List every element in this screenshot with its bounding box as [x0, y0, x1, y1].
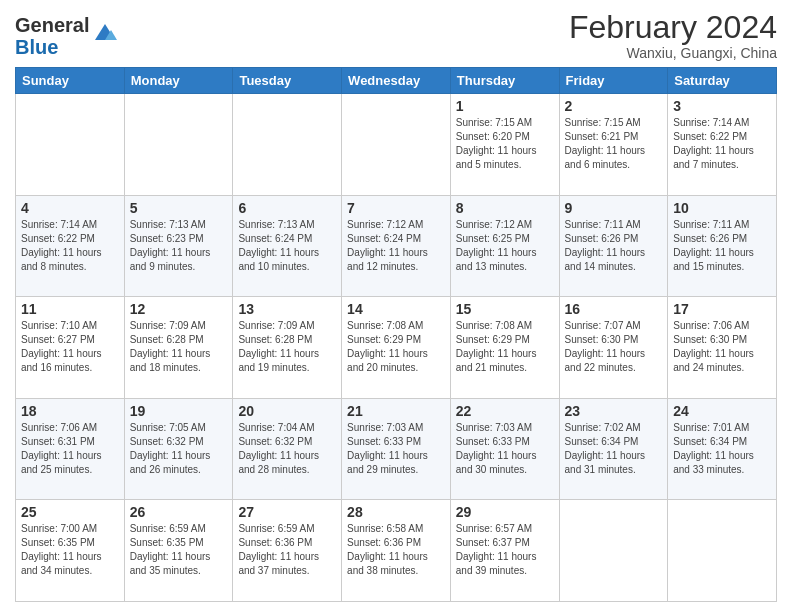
day-info: Sunrise: 7:08 AM Sunset: 6:29 PM Dayligh… — [347, 319, 445, 375]
calendar-week-4: 18Sunrise: 7:06 AM Sunset: 6:31 PM Dayli… — [16, 398, 777, 500]
day-number: 19 — [130, 403, 228, 419]
day-info: Sunrise: 7:10 AM Sunset: 6:27 PM Dayligh… — [21, 319, 119, 375]
day-number: 20 — [238, 403, 336, 419]
day-info: Sunrise: 7:03 AM Sunset: 6:33 PM Dayligh… — [456, 421, 554, 477]
table-row: 4Sunrise: 7:14 AM Sunset: 6:22 PM Daylig… — [16, 195, 125, 297]
day-info: Sunrise: 6:57 AM Sunset: 6:37 PM Dayligh… — [456, 522, 554, 578]
day-number: 3 — [673, 98, 771, 114]
day-info: Sunrise: 7:13 AM Sunset: 6:23 PM Dayligh… — [130, 218, 228, 274]
col-tuesday: Tuesday — [233, 68, 342, 94]
day-info: Sunrise: 7:02 AM Sunset: 6:34 PM Dayligh… — [565, 421, 663, 477]
table-row: 19Sunrise: 7:05 AM Sunset: 6:32 PM Dayli… — [124, 398, 233, 500]
table-row: 9Sunrise: 7:11 AM Sunset: 6:26 PM Daylig… — [559, 195, 668, 297]
day-info: Sunrise: 6:59 AM Sunset: 6:35 PM Dayligh… — [130, 522, 228, 578]
day-number: 2 — [565, 98, 663, 114]
table-row: 21Sunrise: 7:03 AM Sunset: 6:33 PM Dayli… — [342, 398, 451, 500]
table-row: 1Sunrise: 7:15 AM Sunset: 6:20 PM Daylig… — [450, 94, 559, 196]
day-number: 12 — [130, 301, 228, 317]
table-row: 28Sunrise: 6:58 AM Sunset: 6:36 PM Dayli… — [342, 500, 451, 602]
day-number: 4 — [21, 200, 119, 216]
table-row: 22Sunrise: 7:03 AM Sunset: 6:33 PM Dayli… — [450, 398, 559, 500]
table-row: 16Sunrise: 7:07 AM Sunset: 6:30 PM Dayli… — [559, 297, 668, 399]
day-number: 23 — [565, 403, 663, 419]
day-info: Sunrise: 7:14 AM Sunset: 6:22 PM Dayligh… — [673, 116, 771, 172]
day-number: 14 — [347, 301, 445, 317]
day-number: 29 — [456, 504, 554, 520]
day-info: Sunrise: 6:58 AM Sunset: 6:36 PM Dayligh… — [347, 522, 445, 578]
day-info: Sunrise: 7:06 AM Sunset: 6:31 PM Dayligh… — [21, 421, 119, 477]
day-info: Sunrise: 7:00 AM Sunset: 6:35 PM Dayligh… — [21, 522, 119, 578]
day-number: 17 — [673, 301, 771, 317]
day-number: 1 — [456, 98, 554, 114]
day-number: 8 — [456, 200, 554, 216]
day-number: 6 — [238, 200, 336, 216]
table-row: 14Sunrise: 7:08 AM Sunset: 6:29 PM Dayli… — [342, 297, 451, 399]
calendar-week-2: 4Sunrise: 7:14 AM Sunset: 6:22 PM Daylig… — [16, 195, 777, 297]
day-number: 22 — [456, 403, 554, 419]
table-row: 8Sunrise: 7:12 AM Sunset: 6:25 PM Daylig… — [450, 195, 559, 297]
day-number: 18 — [21, 403, 119, 419]
day-number: 27 — [238, 504, 336, 520]
table-row: 5Sunrise: 7:13 AM Sunset: 6:23 PM Daylig… — [124, 195, 233, 297]
day-number: 9 — [565, 200, 663, 216]
table-row: 15Sunrise: 7:08 AM Sunset: 6:29 PM Dayli… — [450, 297, 559, 399]
table-row: 10Sunrise: 7:11 AM Sunset: 6:26 PM Dayli… — [668, 195, 777, 297]
day-info: Sunrise: 7:09 AM Sunset: 6:28 PM Dayligh… — [130, 319, 228, 375]
day-number: 24 — [673, 403, 771, 419]
day-info: Sunrise: 7:04 AM Sunset: 6:32 PM Dayligh… — [238, 421, 336, 477]
calendar-week-3: 11Sunrise: 7:10 AM Sunset: 6:27 PM Dayli… — [16, 297, 777, 399]
day-info: Sunrise: 7:15 AM Sunset: 6:21 PM Dayligh… — [565, 116, 663, 172]
day-number: 21 — [347, 403, 445, 419]
day-number: 7 — [347, 200, 445, 216]
header: General Blue February 2024 Wanxiu, Guang… — [15, 10, 777, 61]
table-row: 25Sunrise: 7:00 AM Sunset: 6:35 PM Dayli… — [16, 500, 125, 602]
col-wednesday: Wednesday — [342, 68, 451, 94]
day-number: 26 — [130, 504, 228, 520]
day-info: Sunrise: 7:06 AM Sunset: 6:30 PM Dayligh… — [673, 319, 771, 375]
col-monday: Monday — [124, 68, 233, 94]
calendar-table: Sunday Monday Tuesday Wednesday Thursday… — [15, 67, 777, 602]
day-info: Sunrise: 7:13 AM Sunset: 6:24 PM Dayligh… — [238, 218, 336, 274]
table-row: 29Sunrise: 6:57 AM Sunset: 6:37 PM Dayli… — [450, 500, 559, 602]
day-number: 25 — [21, 504, 119, 520]
day-number: 11 — [21, 301, 119, 317]
table-row: 26Sunrise: 6:59 AM Sunset: 6:35 PM Dayli… — [124, 500, 233, 602]
day-info: Sunrise: 6:59 AM Sunset: 6:36 PM Dayligh… — [238, 522, 336, 578]
day-info: Sunrise: 7:08 AM Sunset: 6:29 PM Dayligh… — [456, 319, 554, 375]
logo-text: General Blue — [15, 14, 89, 58]
main-title: February 2024 — [569, 10, 777, 45]
day-info: Sunrise: 7:07 AM Sunset: 6:30 PM Dayligh… — [565, 319, 663, 375]
day-number: 16 — [565, 301, 663, 317]
table-row: 3Sunrise: 7:14 AM Sunset: 6:22 PM Daylig… — [668, 94, 777, 196]
table-row: 6Sunrise: 7:13 AM Sunset: 6:24 PM Daylig… — [233, 195, 342, 297]
table-row — [233, 94, 342, 196]
day-info: Sunrise: 7:14 AM Sunset: 6:22 PM Dayligh… — [21, 218, 119, 274]
day-info: Sunrise: 7:05 AM Sunset: 6:32 PM Dayligh… — [130, 421, 228, 477]
table-row: 17Sunrise: 7:06 AM Sunset: 6:30 PM Dayli… — [668, 297, 777, 399]
subtitle: Wanxiu, Guangxi, China — [569, 45, 777, 61]
day-number: 13 — [238, 301, 336, 317]
table-row: 13Sunrise: 7:09 AM Sunset: 6:28 PM Dayli… — [233, 297, 342, 399]
logo-icon — [91, 20, 119, 48]
table-row — [559, 500, 668, 602]
day-info: Sunrise: 7:03 AM Sunset: 6:33 PM Dayligh… — [347, 421, 445, 477]
col-friday: Friday — [559, 68, 668, 94]
day-info: Sunrise: 7:01 AM Sunset: 6:34 PM Dayligh… — [673, 421, 771, 477]
table-row: 20Sunrise: 7:04 AM Sunset: 6:32 PM Dayli… — [233, 398, 342, 500]
table-row — [16, 94, 125, 196]
table-row: 24Sunrise: 7:01 AM Sunset: 6:34 PM Dayli… — [668, 398, 777, 500]
day-number: 15 — [456, 301, 554, 317]
col-sunday: Sunday — [16, 68, 125, 94]
day-info: Sunrise: 7:09 AM Sunset: 6:28 PM Dayligh… — [238, 319, 336, 375]
day-info: Sunrise: 7:12 AM Sunset: 6:25 PM Dayligh… — [456, 218, 554, 274]
table-row: 7Sunrise: 7:12 AM Sunset: 6:24 PM Daylig… — [342, 195, 451, 297]
calendar-header-row: Sunday Monday Tuesday Wednesday Thursday… — [16, 68, 777, 94]
day-number: 10 — [673, 200, 771, 216]
table-row — [668, 500, 777, 602]
day-info: Sunrise: 7:15 AM Sunset: 6:20 PM Dayligh… — [456, 116, 554, 172]
day-number: 5 — [130, 200, 228, 216]
logo: General Blue — [15, 14, 119, 58]
calendar-week-1: 1Sunrise: 7:15 AM Sunset: 6:20 PM Daylig… — [16, 94, 777, 196]
day-number: 28 — [347, 504, 445, 520]
table-row: 11Sunrise: 7:10 AM Sunset: 6:27 PM Dayli… — [16, 297, 125, 399]
